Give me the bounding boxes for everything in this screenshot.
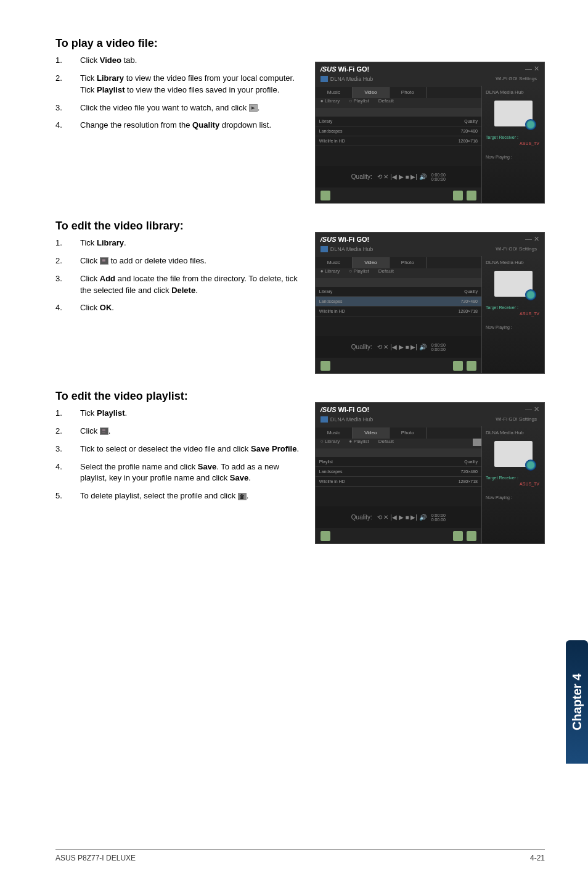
list-item[interactable]: Landscapes720×480 (316, 297, 481, 307)
trash-icon[interactable] (473, 439, 481, 446)
step: 5. To delete playlist, select the profil… (55, 490, 306, 502)
step: 1. Tick Playlist. (55, 408, 306, 419)
play-icon (249, 104, 258, 112)
home-icon[interactable] (321, 531, 330, 541)
subtitle: DLNA Media Hub (330, 76, 374, 82)
step-text: Click Add and locate the file from the d… (80, 273, 306, 297)
gear-icon (100, 427, 108, 435)
radio-default[interactable]: Default (378, 439, 394, 448)
edit-icon[interactable] (453, 531, 463, 541)
app-title: Wi-Fi GO! (338, 406, 370, 413)
step-num: 3. (55, 273, 80, 297)
step: 3. Click the video file you want to watc… (55, 102, 306, 114)
tab-music[interactable]: Music (316, 427, 353, 439)
bottom-bar (316, 528, 481, 543)
home-icon[interactable] (321, 361, 330, 371)
step-num: 4. (55, 461, 80, 485)
step-num: 2. (55, 426, 80, 437)
radio-default[interactable]: Default (378, 268, 394, 278)
back-icon[interactable] (467, 191, 476, 200)
settings-link[interactable]: Wi-Fi GO! Settings (496, 246, 537, 252)
tab-photo[interactable]: Photo (390, 87, 427, 98)
radio-library[interactable]: ● Library (321, 268, 340, 278)
list-item[interactable]: Wildlife in HD1280×718 (316, 136, 481, 146)
monitor-icon (494, 271, 533, 297)
edit-icon[interactable] (453, 191, 463, 200)
step-text: Click Video tab. (80, 55, 306, 67)
player-controls[interactable]: Quality: ⟲ ✕ |◀ ▶ ■ ▶| 🔊 0:00:000:00:00 (316, 166, 481, 188)
settings-link[interactable]: Wi-Fi GO! Settings (496, 76, 537, 81)
heading-play-video: To play a video file: (55, 37, 306, 50)
radio-playlist[interactable]: ○ Playlist (349, 268, 369, 278)
step-text: Tick Library to view the video files fro… (80, 73, 306, 96)
step-text: To delete playlist, select the profile a… (80, 490, 306, 502)
settings-link[interactable]: Wi-Fi GO! Settings (496, 416, 537, 422)
tab-video[interactable]: Video (353, 87, 390, 98)
radio-playlist[interactable]: ● Playlist (349, 439, 369, 448)
chapter-tab: Chapter 4 (566, 640, 588, 764)
subtitle: DLNA Media Hub (330, 246, 374, 252)
tab-music[interactable]: Music (316, 87, 353, 98)
step: 3. Tick to select or deselect the video … (55, 444, 306, 455)
close-icon[interactable]: — ✕ (525, 65, 539, 73)
video-list: LibraryQuality Landscapes720×480 Wildlif… (316, 117, 481, 166)
dlna-label: DLNA Media Hub (486, 430, 524, 435)
player-controls[interactable]: Quality: ⟲ ✕ |◀ ▶ ■ ▶| 🔊 0:00:000:00:00 (316, 336, 481, 358)
list-item[interactable]: Landscapes720×480 (316, 126, 481, 136)
close-icon[interactable]: — ✕ (525, 235, 539, 243)
step-num: 1. (55, 237, 80, 249)
brand: /SUS (321, 65, 337, 73)
monitor-icon (494, 441, 533, 467)
now-playing-label: Now Playing : (486, 325, 512, 329)
list-item[interactable]: Wildlife in HD1280×718 (316, 307, 481, 316)
player-controls[interactable]: Quality: ⟲ ✕ |◀ ▶ ■ ▶| 🔊 0:00:000:00:00 (316, 506, 481, 528)
tab-photo[interactable]: Photo (390, 257, 427, 268)
filter-row (316, 108, 481, 117)
radio-default[interactable]: Default (378, 98, 394, 108)
quality-dd[interactable]: Quality: (351, 344, 372, 350)
now-playing-label: Now Playing : (486, 495, 512, 500)
radio-library[interactable]: ○ Library (321, 439, 340, 448)
list-item[interactable]: Landscapes720×480 (316, 467, 481, 477)
dlna-label: DLNA Media Hub (486, 89, 524, 95)
right-panel: DLNA Media Hub Target Receiver : ASUS_TV… (481, 256, 544, 373)
target-value: ASUS_TV (520, 141, 539, 146)
tab-photo[interactable]: Photo (390, 427, 427, 439)
step: 2. Click to add or delete video files. (55, 255, 306, 267)
tab-video[interactable]: Video (353, 257, 390, 268)
now-playing-label: Now Playing : (486, 155, 512, 159)
quality-dd[interactable]: Quality: (351, 514, 372, 521)
trash-icon (238, 493, 247, 500)
step: 4. Change the resolution from the Qualit… (55, 120, 306, 131)
radio-library[interactable]: ● Library (321, 98, 340, 108)
control-icons[interactable]: ⟲ ✕ |◀ ▶ ■ ▶| 🔊 (377, 173, 427, 180)
quality-dd[interactable]: Quality: (351, 173, 372, 180)
step: 2. Tick Library to view the video files … (55, 73, 306, 96)
back-icon[interactable] (467, 361, 476, 371)
step-text: Tick Playlist. (80, 408, 306, 419)
list-item[interactable]: Wildlife in HD1280×718 (316, 477, 481, 487)
dlna-icon (321, 416, 328, 423)
step-text: Select the profile name and click Save. … (80, 461, 306, 485)
list-header: LibraryQuality (316, 117, 481, 126)
control-icons[interactable]: ⟲ ✕ |◀ ▶ ■ ▶| 🔊 (377, 344, 427, 350)
control-icons[interactable]: ⟲ ✕ |◀ ▶ ■ ▶| 🔊 (377, 514, 427, 521)
tab-video[interactable]: Video (353, 427, 390, 439)
edit-icon[interactable] (453, 361, 463, 371)
video-list: PlaylistQuality Landscapes720×480 Wildli… (316, 457, 481, 506)
tab-music[interactable]: Music (316, 257, 353, 268)
step: 1. Tick Library. (55, 237, 306, 249)
step-text: Click . (80, 426, 306, 437)
radio-playlist[interactable]: ○ Playlist (349, 98, 369, 108)
step: 1. Click Video tab. (55, 55, 306, 67)
home-icon[interactable] (321, 191, 330, 200)
step-num: 2. (55, 73, 80, 96)
bottom-bar (316, 188, 481, 203)
close-icon[interactable]: — ✕ (525, 405, 539, 413)
dlna-icon (321, 76, 328, 82)
back-icon[interactable] (467, 531, 476, 541)
step-text: Tick to select or deselect the video fil… (80, 444, 306, 455)
right-panel: DLNA Media Hub Target Receiver : ASUS_TV… (481, 86, 544, 203)
step-num: 1. (55, 55, 80, 67)
target-value: ASUS_TV (520, 311, 539, 316)
